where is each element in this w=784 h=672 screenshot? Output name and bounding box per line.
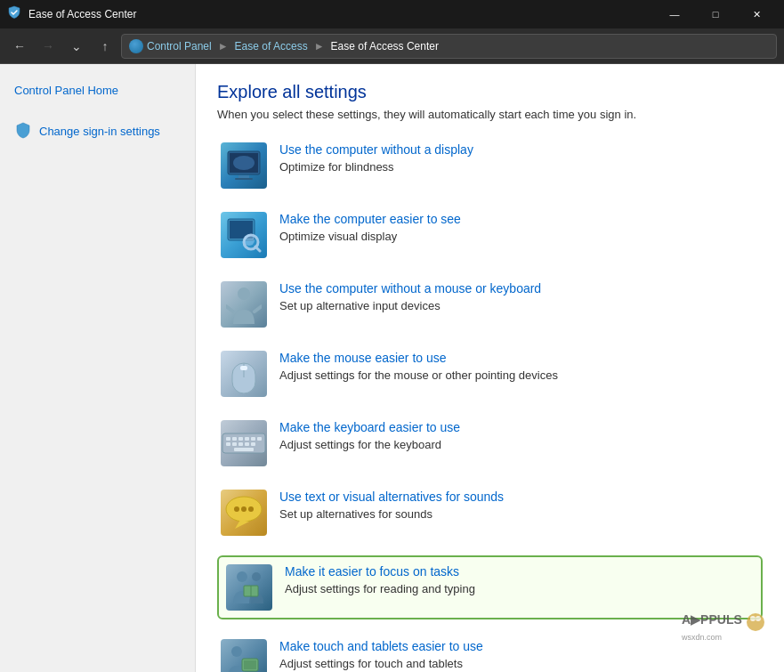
window-title: Ease of Access Center: [28, 8, 136, 20]
section-title: Explore all settings: [217, 82, 763, 102]
setting-touch-tablets-link[interactable]: Make touch and tablets easier to use: [279, 639, 759, 653]
svg-rect-19: [251, 437, 255, 441]
svg-rect-13: [240, 366, 247, 370]
setting-easier-mouse-text: Make the mouse easier to use Adjust sett…: [279, 351, 759, 383]
svg-point-32: [237, 571, 247, 582]
setting-visual-sounds[interactable]: Use text or visual alternatives for soun…: [217, 486, 763, 539]
setting-no-display[interactable]: Use the computer without a display Optim…: [217, 139, 763, 192]
svg-point-31: [248, 506, 254, 512]
setting-no-mouse-keyboard[interactable]: Use the computer without a mouse or keyb…: [217, 278, 763, 331]
magnify-icon: [221, 212, 267, 258]
sidebar: Control Panel Home Change sign-in settin…: [0, 64, 196, 672]
window-controls: — □ ✕: [654, 0, 777, 28]
setting-touch-tablets-desc: Adjust settings for touch and tablets: [279, 657, 463, 670]
svg-point-36: [231, 646, 242, 657]
setting-easier-mouse-desc: Adjust settings for the mouse or other p…: [279, 368, 558, 382]
svg-point-4: [233, 156, 255, 170]
setting-touch-tablets-text: Make touch and tablets easier to use Adj…: [279, 639, 759, 671]
forward-button[interactable]: →: [36, 34, 61, 59]
svg-rect-20: [257, 437, 262, 441]
svg-rect-15: [226, 437, 230, 441]
svg-rect-2: [238, 175, 249, 178]
recent-button[interactable]: ⌄: [64, 34, 89, 59]
touch-icon: [221, 639, 267, 672]
back-button[interactable]: ←: [7, 34, 32, 59]
address-bar: ← → ⌄ ↑ Control Panel ► Ease of Access ►…: [0, 28, 784, 64]
monitor-icon: [221, 142, 267, 189]
sidebar-change-signin[interactable]: Change sign-in settings: [0, 117, 195, 145]
svg-point-8: [244, 235, 255, 246]
mouse-icon: [221, 351, 267, 397]
svg-rect-38: [244, 660, 256, 669]
svg-rect-26: [234, 448, 254, 451]
setting-no-display-link[interactable]: Use the computer without a display: [279, 142, 759, 157]
section-subtitle: When you select these settings, they wil…: [217, 108, 763, 121]
setting-easier-see[interactable]: Make the computer easier to see Optimize…: [217, 208, 763, 262]
setting-focus-tasks[interactable]: Make it easier to focus on tasks Adjust …: [217, 555, 763, 619]
keyboard-icon: [221, 420, 267, 466]
svg-point-29: [234, 506, 239, 512]
shield-blue-icon: [14, 122, 32, 140]
sidebar-control-panel-home[interactable]: Control Panel Home: [0, 78, 195, 102]
svg-rect-24: [245, 442, 249, 446]
setting-touch-tablets[interactable]: Make touch and tablets easier to use Adj…: [217, 636, 763, 672]
setting-easier-mouse-link[interactable]: Make the mouse easier to use: [279, 351, 759, 365]
up-button[interactable]: ↑: [93, 34, 117, 59]
main-area: Control Panel Home Change sign-in settin…: [0, 64, 784, 672]
svg-rect-16: [232, 437, 237, 441]
breadcrumb-sep-1: ►: [218, 40, 229, 53]
svg-rect-22: [232, 442, 237, 446]
person-alt-icon: [221, 281, 267, 328]
setting-easier-keyboard[interactable]: Make the keyboard easier to use Adjust s…: [217, 417, 763, 470]
control-panel-home-label: Control Panel Home: [14, 84, 118, 97]
setting-easier-mouse[interactable]: Make the mouse easier to use Adjust sett…: [217, 347, 763, 401]
breadcrumb-sep-2: ►: [314, 40, 325, 53]
focus-icon: [226, 564, 272, 611]
setting-visual-sounds-desc: Set up alternatives for sounds: [279, 507, 432, 521]
svg-rect-18: [245, 437, 249, 441]
setting-easier-keyboard-desc: Adjust settings for the keyboard: [279, 438, 441, 451]
setting-visual-sounds-text: Use text or visual alternatives for soun…: [279, 490, 759, 522]
breadcrumb-current: Ease of Access Center: [331, 40, 439, 53]
setting-easier-keyboard-link[interactable]: Make the keyboard easier to use: [279, 420, 759, 434]
svg-rect-25: [251, 442, 255, 446]
setting-visual-sounds-link[interactable]: Use text or visual alternatives for soun…: [279, 490, 759, 504]
close-button[interactable]: ✕: [736, 0, 777, 28]
setting-no-display-text: Use the computer without a display Optim…: [279, 142, 759, 174]
svg-point-10: [238, 287, 250, 300]
title-bar-icon: [7, 5, 21, 23]
setting-focus-tasks-link[interactable]: Make it easier to focus on tasks: [285, 564, 754, 579]
setting-no-display-desc: Optimize for blindness: [279, 160, 394, 174]
breadcrumb-control-panel[interactable]: Control Panel: [147, 40, 212, 53]
breadcrumb-ease-of-access[interactable]: Ease of Access: [235, 40, 308, 53]
change-signin-label: Change sign-in settings: [39, 125, 160, 138]
minimize-button[interactable]: —: [654, 0, 695, 28]
svg-point-30: [241, 506, 247, 512]
address-breadcrumb: Control Panel ► Ease of Access ► Ease of…: [121, 34, 777, 59]
setting-easier-see-text: Make the computer easier to see Optimize…: [279, 212, 759, 244]
svg-line-9: [255, 247, 260, 251]
setting-easier-see-link[interactable]: Make the computer easier to see: [279, 212, 759, 226]
svg-rect-3: [235, 178, 253, 180]
svg-rect-23: [238, 442, 243, 446]
setting-focus-tasks-text: Make it easier to focus on tasks Adjust …: [285, 564, 754, 596]
setting-focus-tasks-desc: Adjust settings for reading and typing: [285, 582, 475, 595]
setting-easier-keyboard-text: Make the keyboard easier to use Adjust s…: [279, 420, 759, 452]
globe-icon: [129, 39, 143, 53]
setting-no-mouse-keyboard-link[interactable]: Use the computer without a mouse or keyb…: [279, 281, 759, 296]
svg-rect-21: [226, 442, 230, 446]
setting-no-mouse-keyboard-text: Use the computer without a mouse or keyb…: [279, 281, 759, 313]
svg-point-33: [252, 572, 261, 581]
title-bar: Ease of Access Center — □ ✕: [0, 0, 784, 28]
svg-rect-17: [238, 437, 243, 441]
maximize-button[interactable]: □: [695, 0, 736, 28]
setting-easier-see-desc: Optimize visual display: [279, 230, 397, 243]
content-panel: Explore all settings When you select the…: [196, 64, 784, 672]
setting-no-mouse-keyboard-desc: Set up alternative input devices: [279, 299, 440, 312]
speech-bubble-icon: [221, 490, 267, 536]
